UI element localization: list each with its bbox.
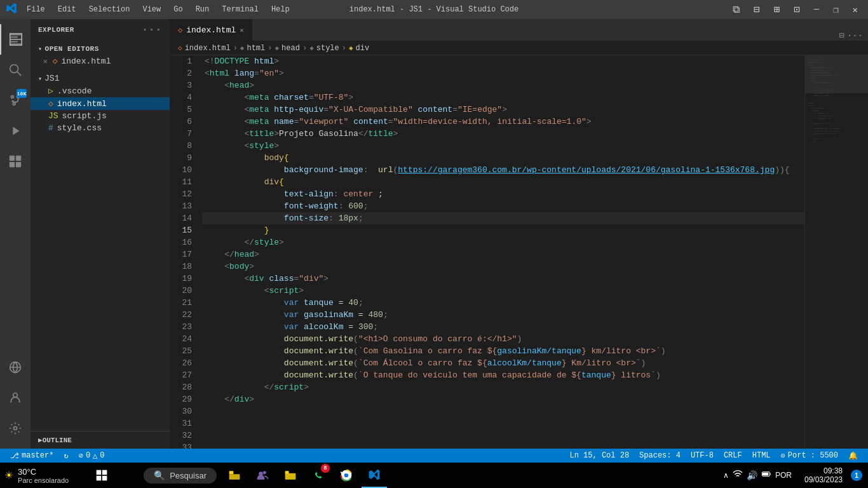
code-line-10[interactable]: background-image: url(https://garagem360… <box>202 164 804 176</box>
code-line-24[interactable]: var alcoolKm = 300; <box>202 321 804 333</box>
network-icon[interactable] <box>733 469 743 482</box>
activity-source-control[interactable]: 10K <box>0 85 31 116</box>
status-eol[interactable]: CRLF <box>719 449 747 463</box>
menu-view[interactable]: View <box>137 4 166 15</box>
menu-edit[interactable]: Edit <box>53 4 81 15</box>
code-line-29[interactable]: document.write(`Com Álcool o carro faz $… <box>202 357 804 369</box>
close-button[interactable]: ✕ <box>849 3 862 17</box>
code-line-4[interactable]: <meta charset="UTF-8"> <box>202 92 804 104</box>
tab-index-html[interactable]: ◇ index.html ✕ <box>170 19 252 41</box>
code-line-5[interactable]: <meta http-equiv="X-UA-Compatible" conte… <box>202 104 804 116</box>
taskbar-app-whatsapp[interactable]: 8 <box>306 463 331 488</box>
activity-run-debug[interactable] <box>0 116 31 146</box>
activity-accounts[interactable] <box>0 383 31 413</box>
open-editor-index-html[interactable]: ✕ ◇ index.html <box>31 55 170 67</box>
taskbar-app-file-manager[interactable] <box>278 463 303 488</box>
activity-search[interactable] <box>0 55 31 85</box>
code-line-17[interactable]: </style> <box>202 236 804 248</box>
status-spaces[interactable]: Spaces: 4 <box>634 449 686 463</box>
code-line-12[interactable]: div{ <box>202 176 804 188</box>
taskbar-app-chrome[interactable] <box>334 463 359 488</box>
layout-icon-3[interactable]: ⊞ <box>770 2 783 17</box>
breadcrumb-item-4[interactable]: div <box>356 44 370 53</box>
close-tab-icon[interactable]: ✕ <box>43 57 48 65</box>
taskbar-app-teams[interactable] <box>250 463 275 488</box>
code-line-32[interactable]: </script> <box>202 381 804 393</box>
taskbar-app-vscode[interactable] <box>362 463 387 488</box>
layout-icon-2[interactable]: ⊟ <box>750 2 764 17</box>
outline-header[interactable]: ▶ OUTLINE <box>31 434 170 446</box>
code-line-18[interactable]: </head> <box>202 248 804 261</box>
code-line-8[interactable]: <style> <box>202 140 804 152</box>
activity-extensions[interactable] <box>0 146 31 177</box>
split-editor-icon[interactable]: ⊟ <box>839 30 844 41</box>
js1-title[interactable]: ▾ JS1 <box>31 72 170 85</box>
more-actions-icon[interactable]: ··· <box>847 30 863 41</box>
status-errors[interactable]: ⊘ 0 △ 0 <box>74 449 110 463</box>
code-line-13[interactable]: text-align: center ; <box>202 188 804 200</box>
code-line-33[interactable]: </div> <box>202 393 804 405</box>
lang-indicator[interactable]: POR <box>775 471 792 480</box>
code-line-14[interactable]: font-weight: 600; <box>202 200 804 212</box>
menu-go[interactable]: Go <box>168 4 187 15</box>
restore-button[interactable]: ❐ <box>829 3 842 17</box>
breadcrumb-item-0[interactable]: index.html <box>185 44 231 53</box>
taskbar-app-file-explorer[interactable] <box>222 463 247 488</box>
minimize-button[interactable]: ─ <box>810 3 823 16</box>
status-language[interactable]: HTML <box>747 449 776 463</box>
activity-remote[interactable] <box>0 352 31 383</box>
layout-icon-1[interactable]: ⧉ <box>729 3 743 17</box>
activity-settings[interactable] <box>0 413 31 444</box>
menu-selection[interactable]: Selection <box>84 4 135 15</box>
menu-file[interactable]: File <box>22 4 50 15</box>
code-line-30[interactable]: document.write(`O tanque do veículo tem … <box>202 369 804 381</box>
code-line-6[interactable]: <meta name="viewport" content="width=dev… <box>202 116 804 128</box>
speaker-icon[interactable]: 🔊 <box>747 470 757 481</box>
status-bell[interactable]: 🔔 <box>843 449 863 463</box>
system-tray-arrow[interactable]: ∧ <box>723 471 729 480</box>
layout-icon-4[interactable]: ⊡ <box>790 2 804 17</box>
status-encoding[interactable]: UTF-8 <box>686 449 719 463</box>
menu-terminal[interactable]: Terminal <box>217 4 264 15</box>
code-line-16[interactable]: } <box>202 224 804 236</box>
start-button[interactable] <box>89 463 114 488</box>
code-line-19[interactable]: <body> <box>202 261 804 273</box>
code-line-2[interactable]: <html lang="en"> <box>202 67 804 79</box>
code-line-22[interactable]: var tanque = 40; <box>202 297 804 309</box>
battery-icon[interactable] <box>761 469 771 482</box>
sidebar-menu-icon[interactable]: ··· <box>142 24 162 36</box>
breadcrumb-item-2[interactable]: head <box>281 44 300 53</box>
taskbar-search[interactable]: 🔍 Pesquisar <box>144 468 217 484</box>
code-line-15[interactable]: font-size: 18px; <box>202 212 804 224</box>
menu-help[interactable]: Help <box>266 4 295 15</box>
code-container[interactable]: 1234567891011121314151617181920212223242… <box>170 55 804 449</box>
sidebar-item-style-css[interactable]: # style.css <box>31 122 170 134</box>
code-line-21[interactable]: <script> <box>202 285 804 297</box>
breadcrumb-item-3[interactable]: style <box>316 44 339 53</box>
open-editors-header[interactable]: ▾ OPEN EDITORS <box>31 43 170 55</box>
code-line-1[interactable]: <!DOCTYPE html> <box>202 55 804 67</box>
code-line-23[interactable]: var gasolinaKm = 480; <box>202 309 804 321</box>
status-port[interactable]: ⊙ Port : 5500 <box>776 449 843 463</box>
code-line-9[interactable]: body{ <box>202 152 804 164</box>
status-sync[interactable]: ↻ <box>58 449 73 463</box>
taskbar-time[interactable]: 09:38 09/03/2023 <box>799 466 848 484</box>
status-branch[interactable]: ⎇ master* <box>5 449 58 463</box>
minimap-slider[interactable] <box>805 55 868 93</box>
sidebar-item-script-js[interactable]: JS script.js <box>31 110 170 122</box>
sidebar-item-index-html[interactable]: ◇ index.html <box>31 97 170 110</box>
code-content[interactable]: <!DOCTYPE html><html lang="en"> <head> <… <box>202 55 804 449</box>
code-line-28[interactable]: document.write(`Com Gasolina o carro faz… <box>202 345 804 357</box>
code-line-26[interactable]: document.write("<h1>O consumo do carro é… <box>202 333 804 345</box>
code-line-3[interactable]: <head> <box>202 79 804 92</box>
notification-button[interactable]: 1 <box>850 463 863 488</box>
menu-run[interactable]: Run <box>191 4 215 15</box>
activity-explorer[interactable] <box>0 24 31 55</box>
breadcrumb-item-1[interactable]: html <box>247 44 265 53</box>
code-line-20[interactable]: <div class="div"> <box>202 273 804 285</box>
tab-close-icon[interactable]: ✕ <box>240 26 244 34</box>
status-position[interactable]: Ln 15, Col 28 <box>564 449 634 463</box>
code-line-7[interactable]: <title>Projeto Gasolina</title> <box>202 128 804 140</box>
taskbar-weather[interactable]: ☀ 30°C Parc ensolarado <box>5 467 79 484</box>
sidebar-item-vscode[interactable]: ▷ .vscode <box>31 85 170 97</box>
